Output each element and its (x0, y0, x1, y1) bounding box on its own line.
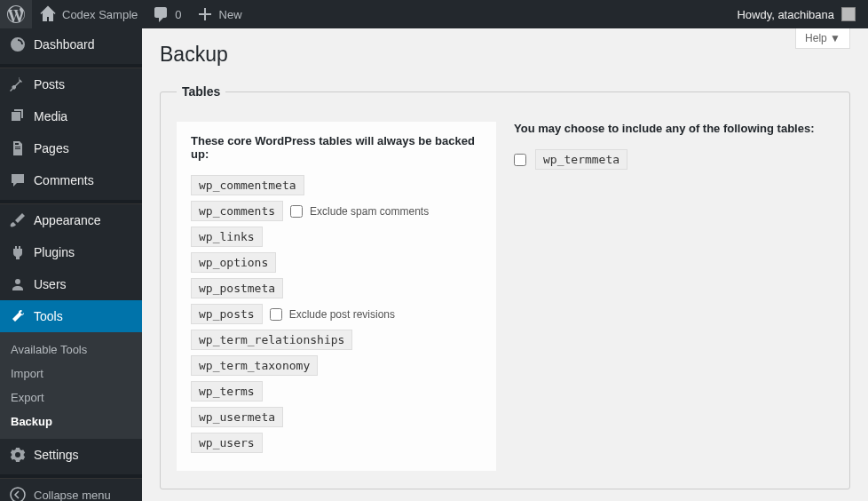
collapse-menu[interactable]: Collapse menu (0, 479, 142, 501)
table-name: wp_usermeta (191, 407, 283, 427)
sidebar-item-tools[interactable]: Tools (0, 300, 142, 332)
core-table-row: wp_terms (191, 381, 482, 402)
sidebar-item-appearance[interactable]: Appearance (0, 204, 142, 236)
table-name: wp_commentmeta (191, 175, 304, 195)
sidebar-item-dashboard[interactable]: Dashboard (0, 28, 142, 60)
sidebar-label: Appearance (34, 213, 101, 227)
core-table-row: wp_commentsExclude spam comments (191, 201, 482, 221)
table-name: wp_term_relationships (191, 330, 352, 350)
comments-link[interactable]: 0 (145, 0, 188, 28)
optional-tables-box: You may choose to include any of the fol… (514, 122, 833, 170)
sidebar-label: Users (34, 277, 67, 291)
collapse-icon (9, 486, 27, 501)
media-icon (9, 107, 27, 125)
submenu-export[interactable]: Export (0, 386, 142, 410)
user-icon (9, 275, 27, 293)
comment-icon (9, 171, 27, 189)
help-tab[interactable]: Help ▼ (795, 28, 850, 49)
core-table-row: wp_users (191, 433, 482, 453)
sidebar-label: Comments (34, 173, 94, 187)
tools-icon (9, 307, 27, 325)
optional-table-checkbox[interactable] (514, 154, 526, 166)
sidebar-item-plugins[interactable]: Plugins (0, 236, 142, 268)
new-content-link[interactable]: New (189, 0, 249, 28)
admin-bar: Codex Sample 0 New Howdy, atachibana (0, 0, 868, 28)
table-name: wp_postmeta (191, 278, 283, 298)
pin-icon (9, 76, 27, 93)
sidebar-label: Dashboard (34, 37, 95, 52)
core-tables-box: These core WordPress tables will always … (177, 122, 496, 471)
table-name: wp_users (191, 433, 263, 453)
table-name: wp_options (191, 252, 276, 273)
core-table-row: wp_links (191, 227, 482, 247)
sidebar-item-settings[interactable]: Settings (0, 439, 142, 471)
core-table-row: wp_options (191, 252, 482, 273)
page-title: Backup (160, 43, 850, 67)
comment-icon (152, 5, 170, 23)
svg-point-0 (11, 488, 25, 501)
core-table-row: wp_commentmeta (191, 175, 482, 195)
sidebar-label: Settings (34, 448, 79, 462)
sidebar-item-posts[interactable]: Posts (0, 68, 142, 100)
exclude-revisions-label: Exclude post revisions (289, 308, 395, 321)
table-name: wp_comments (191, 201, 283, 221)
table-name: wp_terms (191, 381, 263, 402)
tables-fieldset: Tables These core WordPress tables will … (160, 84, 850, 489)
brush-icon (9, 211, 27, 229)
table-name: wp_term_taxonomy (191, 355, 318, 376)
wordpress-icon (7, 5, 25, 23)
submenu-backup[interactable]: Backup (0, 410, 142, 433)
optional-table-row: wp_termmeta (514, 149, 833, 170)
new-label: New (219, 8, 242, 21)
core-table-row: wp_usermeta (191, 407, 482, 427)
site-name-link[interactable]: Codex Sample (32, 0, 145, 28)
plugin-icon (9, 243, 27, 261)
wp-logo[interactable] (0, 0, 32, 28)
sidebar-item-users[interactable]: Users (0, 268, 142, 300)
core-table-row: wp_term_taxonomy (191, 355, 482, 376)
sidebar-item-media[interactable]: Media (0, 100, 142, 132)
table-name: wp_posts (191, 304, 263, 324)
sidebar-item-comments[interactable]: Comments (0, 164, 142, 196)
exclude-spam-checkbox[interactable] (290, 205, 303, 218)
admin-sidebar: Dashboard Posts Media Pages Comments App… (0, 28, 142, 501)
sidebar-label: Media (34, 109, 67, 123)
core-table-row: wp_postsExclude post revisions (191, 304, 482, 324)
core-tables-heading: These core WordPress tables will always … (191, 134, 482, 161)
settings-icon (9, 446, 27, 464)
table-name: wp_links (191, 227, 263, 247)
tools-submenu: Available Tools Import Export Backup (0, 332, 142, 439)
fieldset-legend: Tables (177, 84, 225, 99)
howdy-text: Howdy, atachibana (737, 8, 834, 21)
collapse-label: Collapse menu (34, 489, 111, 502)
exclude-spam-label: Exclude spam comments (310, 205, 429, 218)
exclude-revisions-checkbox[interactable] (270, 308, 282, 321)
avatar (841, 7, 856, 21)
comments-count: 0 (175, 8, 181, 21)
page-icon (9, 139, 27, 157)
sidebar-item-pages[interactable]: Pages (0, 132, 142, 164)
plus-icon (196, 5, 214, 23)
sidebar-label: Pages (34, 141, 69, 155)
submenu-import[interactable]: Import (0, 362, 142, 386)
sidebar-label: Tools (34, 309, 63, 323)
main-content: Help ▼ Backup Tables These core WordPres… (142, 28, 868, 501)
site-name: Codex Sample (62, 8, 138, 21)
dashboard-icon (9, 36, 27, 53)
table-name: wp_termmeta (535, 149, 627, 170)
home-icon (39, 5, 57, 23)
my-account[interactable]: Howdy, atachibana (737, 7, 861, 21)
sidebar-label: Plugins (34, 245, 75, 259)
submenu-available-tools[interactable]: Available Tools (0, 338, 142, 362)
core-table-row: wp_postmeta (191, 278, 482, 298)
sidebar-label: Posts (34, 77, 65, 91)
core-table-row: wp_term_relationships (191, 330, 482, 350)
optional-tables-heading: You may choose to include any of the fol… (514, 122, 833, 135)
